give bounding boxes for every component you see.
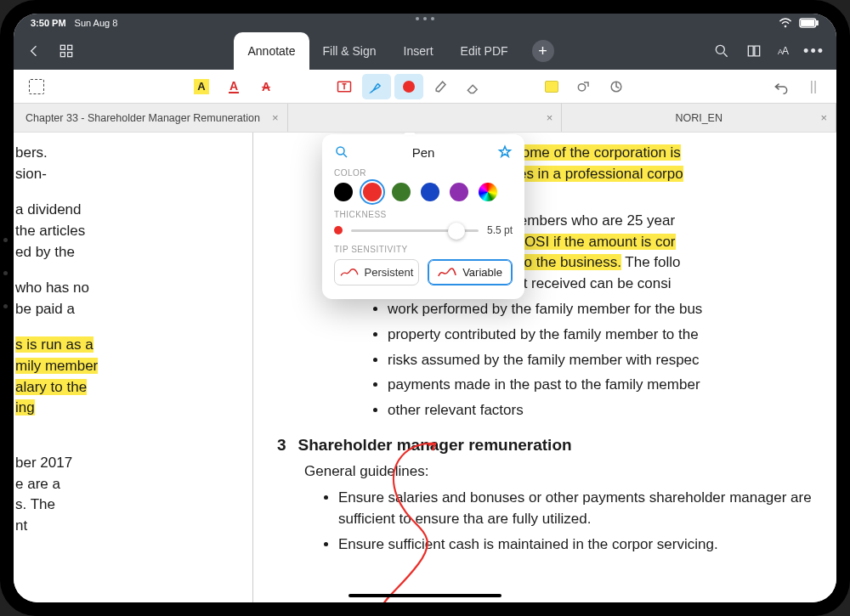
svg-point-8 [716,45,724,54]
home-indicator[interactable] [348,594,502,597]
date: Sun Aug 8 [75,18,118,28]
section-heading: 3 Shareholder manager remuneration [277,433,813,457]
swatch-custom[interactable] [479,183,497,201]
underline-tool[interactable]: A [219,74,248,99]
search-icon[interactable] [713,42,730,59]
doctab-label: Chapter 33 - Shareholder Manager Remuner… [26,112,260,124]
clock: 3:50 PM [31,18,66,28]
thickness-value: 5.5 pt [487,224,513,236]
doctab-3[interactable]: NORI_EN × [562,104,836,132]
svg-rect-6 [60,53,65,57]
select-tool[interactable] [22,74,51,99]
color-label: COLOR [334,168,513,178]
close-icon[interactable]: × [547,111,553,124]
add-tab-button[interactable]: + [532,40,554,62]
nav-tabs: Annotate Fill & Sign Insert Edit PDF + [75,32,713,70]
tab-fill-sign[interactable]: Fill & Sign [309,32,390,70]
thickness-slider[interactable] [351,229,479,232]
svg-point-12 [337,147,344,155]
tab-insert[interactable]: Insert [390,32,447,70]
pen-tool[interactable] [362,74,391,99]
status-bar: 3:50 PM Sun Aug 8 [14,14,836,32]
book-icon[interactable] [745,42,762,59]
swatch-red[interactable] [363,183,382,201]
tip-variable-button[interactable]: Variable [428,259,513,285]
tab-edit-pdf[interactable]: Edit PDF [447,32,522,70]
swatch-green[interactable] [392,183,411,201]
document-tabs: Chapter 33 - Shareholder Manager Remuner… [14,104,836,133]
swatch-black[interactable] [334,183,353,201]
note-tool[interactable] [537,74,566,99]
svg-rect-5 [68,45,72,49]
shape-tool[interactable] [570,74,598,99]
thickness-preview-icon [334,226,343,235]
tip-persistent-button[interactable]: Persistent [334,259,419,285]
svg-rect-4 [60,45,65,49]
pen-popover: Pen COLOR THICKNESS [322,134,524,299]
favorite-icon[interactable] [497,144,513,160]
svg-point-0 [785,25,786,27]
back-icon[interactable] [26,42,42,59]
tip-label: TIP SENSITIVITY [334,245,513,254]
close-icon[interactable]: × [820,111,827,124]
app-navbar: Annotate Fill & Sign Insert Edit PDF + A… [14,32,836,70]
doctab-2[interactable]: × [288,104,563,132]
multitask-dots[interactable] [416,17,434,20]
doctab-1[interactable]: Chapter 33 - Shareholder Manager Remuner… [14,104,288,132]
svg-rect-7 [68,53,72,57]
stamp-tool[interactable] [602,74,631,99]
doctab-label: NORI_EN [675,112,722,124]
thickness-label: THICKNESS [334,210,513,219]
annotate-toolbar: A A A [14,70,836,104]
color-swatches [334,183,513,201]
redo-divider[interactable]: || [799,74,828,99]
marker-tool[interactable] [427,74,456,99]
document-content[interactable]: bers. sion- a dividend the articles ed b… [14,133,836,602]
textbox-tool[interactable] [330,74,359,99]
grid-icon[interactable] [58,42,75,59]
svg-rect-3 [817,20,819,25]
tab-annotate[interactable]: Annotate [234,32,309,70]
text-size-icon[interactable]: AA [778,45,788,57]
highlight-tool[interactable]: A [187,74,216,99]
undo-button[interactable] [767,74,796,99]
svg-rect-10 [578,83,585,90]
svg-rect-2 [802,20,814,26]
pen-color[interactable] [394,74,423,99]
swatch-blue[interactable] [421,183,439,201]
close-icon[interactable]: × [272,111,279,124]
slider-thumb[interactable] [448,223,465,240]
strike-tool[interactable]: A [252,74,280,99]
swatch-purple[interactable] [450,183,468,201]
wand-icon[interactable] [334,144,349,160]
more-icon[interactable]: ••• [803,42,824,60]
eraser-tool[interactable] [459,74,488,99]
popover-title: Pen [412,145,435,160]
left-page: bers. sion- a dividend the articles ed b… [14,133,253,602]
status-indicators [779,18,819,28]
